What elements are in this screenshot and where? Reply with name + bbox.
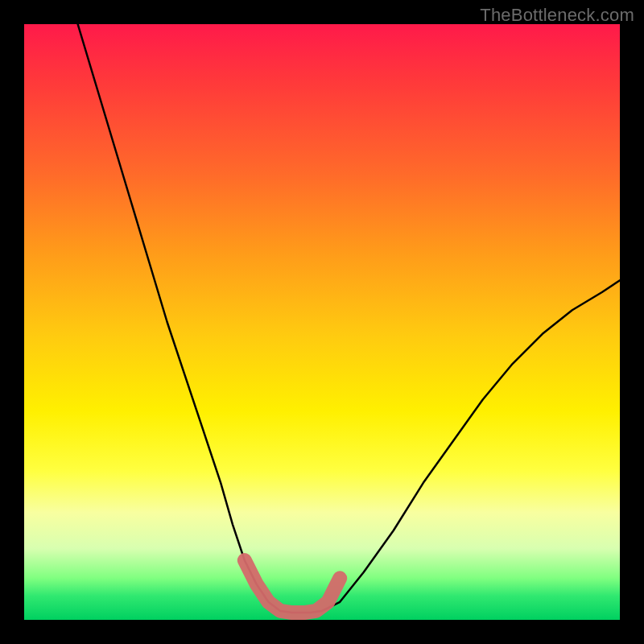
chart-svg — [24, 24, 620, 620]
bottleneck-curve-path — [78, 24, 620, 613]
watermark-text: TheBottleneck.com — [480, 5, 634, 26]
chart-frame — [24, 24, 620, 620]
optimal-zone-path — [245, 560, 340, 613]
